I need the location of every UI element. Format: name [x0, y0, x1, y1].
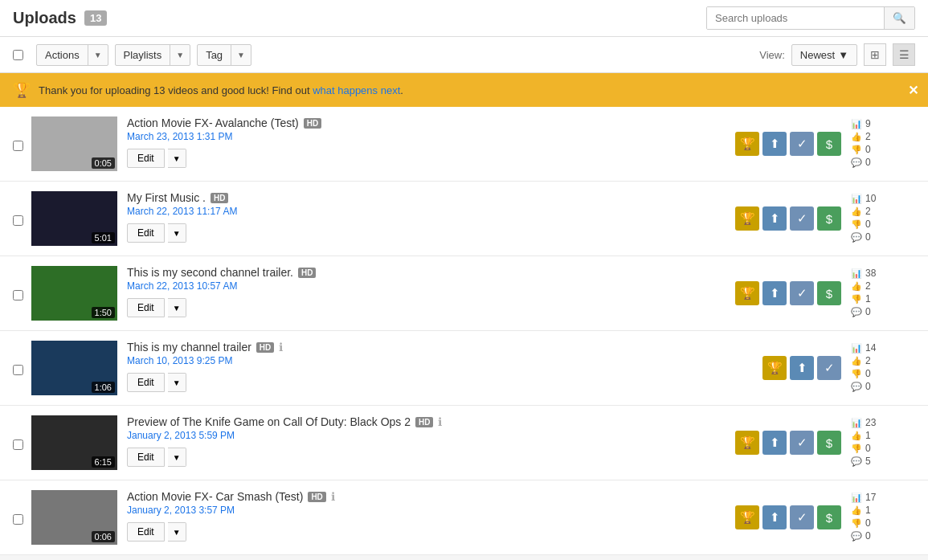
likes-stat: 👍2 [851, 206, 915, 217]
tag-arrow-icon[interactable]: ▼ [231, 47, 251, 63]
edit-dropdown-arrow[interactable]: ▼ [168, 298, 186, 317]
banner-close-button[interactable]: ✕ [908, 83, 918, 98]
banner-link[interactable]: what happens next [313, 84, 400, 96]
playlists-dropdown[interactable]: Playlists ▼ [115, 44, 191, 66]
actions-arrow-icon[interactable]: ▼ [88, 47, 108, 63]
trophy-action-button[interactable]: 🏆 [735, 132, 759, 156]
check-action-button[interactable]: ✓ [790, 431, 814, 455]
upload-action-button[interactable]: ⬆ [762, 206, 787, 231]
page-title: Uploads [13, 9, 76, 27]
row-checkbox[interactable] [13, 215, 23, 226]
video-thumbnail[interactable]: 5:01 [31, 191, 117, 246]
likes-stat-value: 2 [865, 206, 871, 217]
video-duration: 5:01 [92, 232, 115, 243]
dollar-action-button[interactable]: $ [817, 281, 841, 305]
video-info: This is my second channel trailer.HDMarc… [127, 266, 735, 317]
check-action-button[interactable]: ✓ [790, 281, 814, 305]
likes-stat-icon: 👍 [851, 132, 862, 142]
search-button[interactable]: 🔍 [884, 7, 914, 29]
upload-action-button[interactable]: ⬆ [762, 505, 787, 529]
row-checkbox[interactable] [13, 141, 23, 151]
table-row: 6:15Preview of The Knife Game on Call Of… [0, 406, 928, 480]
trophy-action-button[interactable]: 🏆 [735, 206, 759, 231]
views-stat-icon: 📊 [851, 418, 862, 428]
row-checkbox[interactable] [13, 290, 23, 300]
playlists-arrow-icon[interactable]: ▼ [170, 47, 190, 63]
info-icon[interactable]: ℹ [438, 415, 442, 428]
grid-view-button[interactable]: ⊞ [864, 43, 886, 66]
check-action-button[interactable]: ✓ [790, 132, 814, 156]
edit-dropdown-arrow[interactable]: ▼ [168, 373, 186, 392]
stats-column: 📊14👍2👎0💬0 [851, 342, 915, 394]
video-thumbnail[interactable]: 1:50 [31, 266, 117, 321]
dollar-action-button[interactable]: $ [817, 132, 841, 156]
row-checkbox[interactable] [13, 514, 23, 525]
video-title-text[interactable]: My First Music . [127, 191, 206, 204]
edit-button[interactable]: Edit [127, 448, 165, 467]
video-date: March 23, 2013 1:31 PM [127, 131, 735, 142]
dislikes-stat: 👎1 [851, 293, 915, 305]
dislikes-stat: 👎0 [851, 144, 915, 155]
views-stat-value: 17 [865, 492, 876, 503]
comments-stat-value: 0 [865, 157, 871, 168]
video-title-text[interactable]: Action Movie FX- Avalanche (Test) [127, 116, 299, 129]
notification-banner: 🏆 Thank you for uploading 13 videos and … [0, 73, 928, 107]
likes-stat-icon: 👍 [851, 206, 862, 217]
tag-label: Tag [198, 45, 231, 65]
upload-action-button[interactable]: ⬆ [762, 132, 787, 156]
actions-label: Actions [37, 45, 88, 65]
row-checkbox[interactable] [13, 365, 23, 375]
upload-action-button[interactable]: ⬆ [762, 431, 787, 455]
views-stat: 📊9 [851, 118, 915, 129]
video-thumbnail[interactable]: 6:15 [31, 415, 117, 470]
upload-action-button[interactable]: ⬆ [762, 281, 787, 305]
edit-dropdown-arrow[interactable]: ▼ [168, 522, 186, 542]
actions-dropdown[interactable]: Actions ▼ [36, 44, 108, 66]
info-icon[interactable]: ℹ [279, 341, 283, 354]
select-all-checkbox[interactable] [13, 50, 23, 60]
sort-dropdown[interactable]: Newest ▼ [791, 44, 857, 66]
video-title-text[interactable]: This is my second channel trailer. [127, 266, 293, 279]
header-left: Uploads 13 [13, 9, 107, 27]
edit-dropdown-arrow[interactable]: ▼ [168, 149, 186, 168]
video-title-line: Action Movie FX- Car Smash (Test)HDℹ [127, 490, 735, 503]
banner-text-before: Thank you for uploading 13 videos and go… [39, 84, 313, 96]
views-stat: 📊38 [851, 268, 915, 279]
edit-dropdown-arrow[interactable]: ▼ [168, 223, 186, 243]
trophy-action-button[interactable]: 🏆 [762, 356, 787, 380]
check-action-button[interactable]: ✓ [790, 206, 814, 231]
upload-action-button[interactable]: ⬆ [790, 356, 814, 380]
info-icon[interactable]: ℹ [331, 490, 335, 503]
comments-stat-value: 0 [865, 306, 871, 317]
video-title-text[interactable]: Preview of The Knife Game on Call Of Dut… [127, 415, 411, 428]
check-action-button[interactable]: ✓ [790, 505, 814, 529]
trophy-action-button[interactable]: 🏆 [735, 505, 759, 529]
video-title-text[interactable]: Action Movie FX- Car Smash (Test) [127, 490, 303, 503]
trophy-action-button[interactable]: 🏆 [735, 281, 759, 305]
views-stat-icon: 📊 [851, 268, 862, 279]
views-stat-icon: 📊 [851, 493, 862, 503]
dollar-action-button[interactable]: $ [817, 206, 841, 231]
row-checkbox[interactable] [13, 439, 23, 450]
video-duration: 1:06 [92, 382, 115, 393]
edit-button[interactable]: Edit [127, 149, 165, 168]
dollar-action-button[interactable]: $ [817, 505, 841, 529]
trophy-action-button[interactable]: 🏆 [735, 431, 759, 455]
edit-button[interactable]: Edit [127, 298, 165, 317]
check-action-button[interactable]: ✓ [817, 356, 841, 380]
video-thumbnail[interactable]: 0:06 [31, 490, 117, 545]
edit-button[interactable]: Edit [127, 373, 165, 392]
video-thumbnail[interactable]: 1:06 [31, 341, 117, 395]
edit-dropdown-arrow[interactable]: ▼ [168, 448, 186, 467]
sort-label: Newest [800, 49, 835, 61]
search-input[interactable] [707, 7, 884, 29]
video-info: Preview of The Knife Game on Call Of Dut… [127, 415, 735, 467]
dollar-action-button[interactable]: $ [817, 431, 841, 455]
video-thumbnail[interactable]: 0:05 [31, 116, 117, 171]
likes-stat-icon: 👍 [851, 431, 862, 441]
tag-dropdown[interactable]: Tag ▼ [197, 44, 251, 66]
list-view-button[interactable]: ☰ [893, 43, 915, 66]
edit-button[interactable]: Edit [127, 522, 165, 542]
video-title-text[interactable]: This is my channel trailer [127, 341, 251, 354]
edit-button[interactable]: Edit [127, 223, 165, 243]
